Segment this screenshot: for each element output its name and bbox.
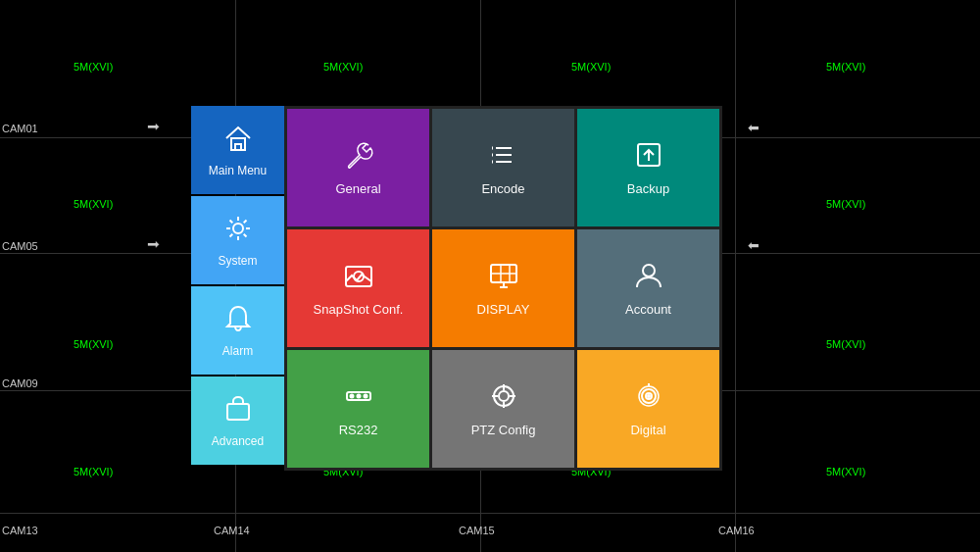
menu-item-backup[interactable]: Backup: [577, 109, 719, 226]
cam16-label: CAM16: [718, 525, 755, 536]
menu-item-rs232[interactable]: RS232: [287, 350, 429, 468]
wrench-icon: [343, 139, 374, 174]
svg-point-24: [364, 395, 367, 398]
cam05-label: CAM05: [2, 240, 38, 252]
svg-point-26: [499, 391, 509, 401]
cam01-label: CAM01: [2, 123, 38, 134]
cam-icon-right2: ⬅: [748, 237, 760, 253]
cam09-label: CAM09: [2, 377, 38, 389]
camera-icon: [633, 380, 664, 415]
list-icon: [488, 139, 519, 174]
rs232-icon: [343, 380, 374, 415]
home-icon: [223, 124, 253, 158]
upload-icon: [633, 139, 664, 174]
sidebar-label-main-menu: Main Menu: [209, 164, 267, 177]
sidebar-label-advanced: Advanced: [212, 434, 264, 448]
settings-icon: [223, 214, 253, 248]
menu-label-ptz-config: PTZ Config: [471, 423, 536, 437]
resolution-label-1: 5M(XVI): [74, 61, 113, 73]
menu-item-encode[interactable]: Encode: [432, 109, 574, 226]
menu-item-digital[interactable]: Digital: [577, 350, 719, 468]
display-icon: [488, 260, 519, 294]
menu-item-general[interactable]: General: [287, 109, 429, 226]
image-icon: [343, 260, 374, 294]
svg-point-2: [233, 224, 243, 233]
menu-overlay: Main Menu System Alarm: [191, 106, 722, 471]
target-icon: [488, 380, 519, 415]
menu-label-account: Account: [625, 302, 671, 317]
grid-line-v3: [735, 0, 736, 552]
svg-point-22: [350, 395, 353, 398]
menu-label-display: DISPLAY: [477, 302, 530, 317]
bag-icon: [223, 394, 253, 428]
svg-point-35: [648, 395, 650, 397]
sidebar: Main Menu System Alarm: [191, 106, 284, 471]
svg-point-23: [357, 395, 360, 398]
resolution-label-8: 5M(XVI): [826, 338, 865, 350]
resolution-label-5: 5M(XVI): [74, 198, 113, 210]
sidebar-label-system: System: [218, 254, 257, 268]
resolution-label-2: 5M(XVI): [323, 61, 363, 73]
cam15-label: CAM15: [459, 525, 495, 536]
resolution-label-3: 5M(XVI): [571, 61, 611, 73]
menu-item-snapshot[interactable]: SnapShot Conf.: [287, 229, 429, 347]
cam13-label: CAM13: [2, 525, 38, 536]
menu-label-general: General: [335, 181, 380, 196]
resolution-label-9: 5M(XVI): [74, 466, 113, 477]
resolution-label-7: 5M(XVI): [74, 338, 113, 350]
sidebar-item-advanced[interactable]: Advanced: [191, 376, 284, 465]
cam-icon-right1: ⬅: [748, 120, 760, 135]
menu-label-encode: Encode: [481, 181, 524, 196]
sidebar-item-alarm[interactable]: Alarm: [191, 286, 284, 375]
sidebar-item-main-menu[interactable]: Main Menu: [191, 106, 284, 194]
resolution-label-6: 5M(XVI): [826, 198, 865, 210]
cam01-icon: ⮕: [147, 120, 161, 135]
menu-label-digital: Digital: [630, 423, 665, 437]
resolution-label-12: 5M(XVI): [826, 466, 865, 477]
sidebar-label-alarm: Alarm: [222, 344, 253, 358]
svg-rect-1: [235, 144, 241, 150]
menu-label-rs232: RS232: [339, 423, 378, 437]
svg-rect-3: [227, 404, 249, 420]
grid-line-h4: [0, 513, 980, 514]
menu-label-backup: Backup: [627, 181, 669, 196]
sidebar-item-system[interactable]: System: [191, 196, 284, 284]
resolution-label-4: 5M(XVI): [826, 61, 865, 73]
menu-item-account[interactable]: Account: [577, 229, 719, 347]
cam14-label: CAM14: [214, 525, 250, 536]
menu-item-display[interactable]: DISPLAY: [432, 229, 574, 347]
menu-label-snapshot: SnapShot Conf.: [314, 302, 404, 317]
cam05-icon: ⮕: [147, 237, 161, 253]
person-icon: [633, 260, 664, 294]
bell-icon: [223, 304, 253, 338]
menu-grid: General Encode: [284, 106, 722, 471]
menu-item-ptz-config[interactable]: PTZ Config: [432, 350, 574, 468]
svg-point-20: [643, 265, 655, 276]
